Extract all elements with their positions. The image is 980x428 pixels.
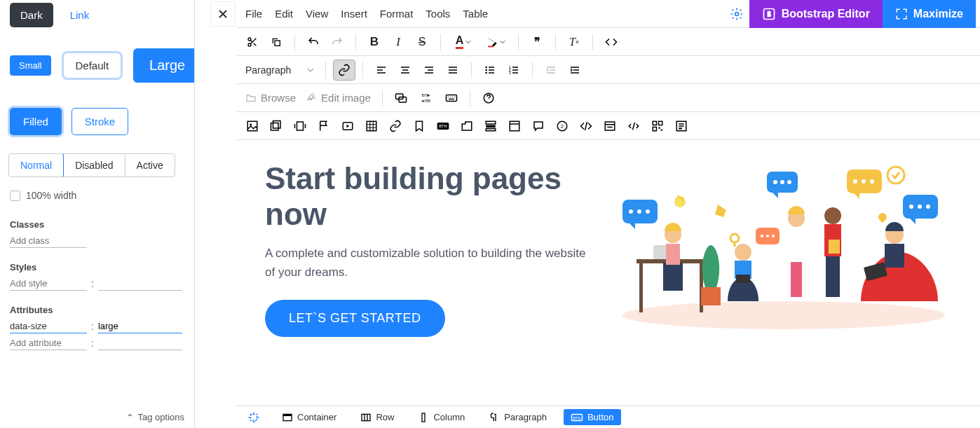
bootstrap-editor-button[interactable]: Bootstrap Editor <box>749 0 883 28</box>
attr-value-input[interactable] <box>98 319 182 333</box>
insert-embed-button[interactable] <box>575 116 597 137</box>
full-width-row[interactable]: 100% width <box>0 184 194 207</box>
insert-snippet-button[interactable] <box>503 116 526 137</box>
insert-qr-button[interactable] <box>646 116 669 137</box>
select-parent-button[interactable] <box>243 407 265 428</box>
insert-image-button[interactable] <box>241 116 264 137</box>
variant-dark-button[interactable]: Dark <box>10 3 53 27</box>
copy-button[interactable] <box>265 32 287 53</box>
insert-video-button[interactable] <box>336 116 359 137</box>
text-color-button[interactable]: A <box>448 32 479 53</box>
crumb-button[interactable]: BTN Button <box>564 409 621 425</box>
outdent-button[interactable] <box>540 60 562 81</box>
insert-accordion-button[interactable] <box>479 116 502 137</box>
add-style-input[interactable] <box>10 277 87 291</box>
cta-button[interactable]: LET`S GET STARTED <box>265 300 445 337</box>
crumb-column[interactable]: Column <box>411 409 472 426</box>
menu-file[interactable]: File <box>245 8 262 20</box>
insert-carousel-button[interactable] <box>289 116 311 137</box>
align-left-button[interactable] <box>370 60 393 81</box>
style-value-input[interactable] <box>98 277 182 291</box>
strikethrough-button[interactable]: S <box>411 32 433 53</box>
qr-icon <box>651 120 664 132</box>
code-button[interactable] <box>600 32 622 53</box>
insert-table-button[interactable] <box>360 116 383 137</box>
insert-gallery-button[interactable] <box>265 116 287 137</box>
paragraph-style-dropdown[interactable]: Paragraph <box>241 63 318 77</box>
bold-button[interactable]: B <box>363 32 386 53</box>
svg-point-53 <box>909 205 913 209</box>
state-active-tab[interactable]: Active <box>125 154 175 177</box>
language-button[interactable]: en▸ ◂de <box>414 88 439 109</box>
size-small-button[interactable]: Small <box>10 55 51 76</box>
insert-comment-button[interactable] <box>527 116 550 137</box>
undo-button[interactable] <box>302 32 325 53</box>
gallery-icon <box>270 120 283 132</box>
chat-button[interactable] <box>390 88 412 109</box>
add-attr-input[interactable] <box>10 336 87 350</box>
menu-table[interactable]: Table <box>463 8 488 20</box>
insert-tabs-button[interactable] <box>456 116 478 137</box>
add-class-input[interactable] <box>10 234 87 248</box>
svg-rect-79 <box>829 240 840 254</box>
fill-stroke-button[interactable]: Stroke <box>72 108 128 135</box>
fill-filled-button[interactable]: Filled <box>10 108 62 135</box>
crumb-container[interactable]: Container <box>275 409 343 426</box>
clear-format-button[interactable]: T× <box>563 32 585 53</box>
insert-counter-button[interactable]: 2 <box>551 116 573 137</box>
editor-canvas[interactable]: Start building pages now A complete and … <box>237 140 980 406</box>
align-justify-button[interactable] <box>442 60 464 81</box>
browse-button[interactable]: Browse <box>241 88 300 109</box>
state-disabled-tab[interactable]: Disabled <box>63 154 124 177</box>
menu-format[interactable]: Format <box>380 8 414 20</box>
menu-edit[interactable]: Edit <box>275 8 293 20</box>
insert-button-button[interactable]: BTN <box>432 116 454 137</box>
cut-button[interactable] <box>241 32 264 53</box>
insert-card-button[interactable] <box>599 116 621 137</box>
menu-view[interactable]: View <box>306 8 328 20</box>
insert-form-button[interactable] <box>670 116 693 137</box>
style-separator: : <box>91 278 94 289</box>
redo-button[interactable] <box>326 32 348 53</box>
indent-button[interactable] <box>564 60 586 81</box>
insert-link-button[interactable] <box>384 116 407 137</box>
carousel-icon <box>294 120 306 132</box>
marker-icon <box>486 36 498 48</box>
svg-point-17 <box>250 123 252 125</box>
svg-rect-31 <box>605 122 615 130</box>
edit-image-button[interactable]: Edit image <box>301 88 375 109</box>
keyboard-button[interactable] <box>440 88 463 109</box>
align-right-button[interactable] <box>418 60 440 81</box>
hero-title[interactable]: Start building pages now <box>265 161 587 232</box>
svg-rect-38 <box>679 127 682 129</box>
highlight-button[interactable] <box>480 32 511 53</box>
size-default-button[interactable]: Default <box>64 53 121 78</box>
attr-name-input[interactable] <box>10 319 87 333</box>
numbered-list-button[interactable]: 123 <box>503 60 525 81</box>
size-large-button[interactable]: Large <box>133 48 195 83</box>
state-normal-tab[interactable]: Normal <box>8 153 64 177</box>
hero-subtitle[interactable]: A complete and customizable solution to … <box>265 244 587 282</box>
svg-point-59 <box>772 235 775 237</box>
indent-icon <box>569 64 580 76</box>
crumb-paragraph[interactable]: Paragraph <box>482 409 554 426</box>
variant-link-button[interactable]: Link <box>60 4 100 27</box>
insert-bookmark-button[interactable] <box>408 116 430 137</box>
maximize-button[interactable]: Maximize <box>883 0 976 28</box>
bullet-list-button[interactable] <box>479 60 501 81</box>
italic-button[interactable]: I <box>387 32 409 53</box>
insert-flag-button[interactable] <box>313 116 335 137</box>
blockquote-button[interactable]: ❞ <box>526 32 548 53</box>
comment-icon <box>532 120 545 132</box>
attr-value-input-2[interactable] <box>98 336 182 350</box>
menu-insert[interactable]: Insert <box>341 8 367 20</box>
align-center-button[interactable] <box>394 60 416 81</box>
checkbox-icon[interactable] <box>10 191 20 201</box>
menu-tools[interactable]: Tools <box>426 8 450 20</box>
help-button[interactable] <box>477 88 500 109</box>
tag-options-button[interactable]: ⌄ Tag options <box>126 412 185 422</box>
crumb-row[interactable]: Row <box>353 409 401 426</box>
settings-button[interactable] <box>724 1 749 27</box>
link-button[interactable] <box>333 60 355 81</box>
insert-html-button[interactable] <box>622 116 645 137</box>
